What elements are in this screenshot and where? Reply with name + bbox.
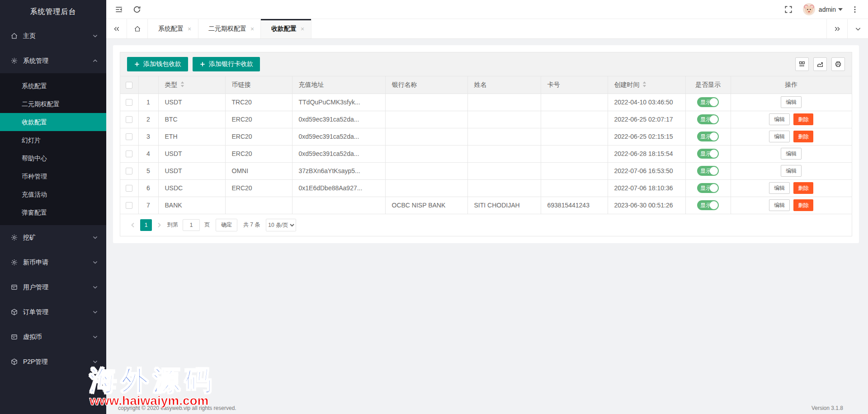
row-checkbox[interactable]: [126, 116, 132, 123]
p2p-icon: [10, 358, 18, 366]
sidebar-item[interactable]: 主页: [0, 24, 106, 48]
add-bank-card-button[interactable]: 添加银行卡收款: [193, 57, 260, 71]
sidebar-item[interactable]: 订单管理: [0, 300, 106, 325]
refresh-icon[interactable]: [132, 5, 142, 14]
tabs-dropdown-icon[interactable]: [847, 19, 868, 38]
page-number-button[interactable]: 1: [140, 219, 152, 231]
sort-icon[interactable]: [642, 81, 646, 87]
cell-visible: 显示: [685, 197, 731, 214]
total-count-label: 共 7 条: [243, 221, 260, 229]
delete-button[interactable]: 删除: [793, 199, 813, 211]
visibility-toggle[interactable]: 显示: [697, 166, 719, 176]
export-icon[interactable]: [813, 57, 827, 71]
toggle-knob: [710, 201, 718, 209]
sidebar-subitem[interactable]: 收款配置: [0, 113, 106, 131]
goto-page-input[interactable]: [183, 219, 200, 231]
sort-icon[interactable]: [180, 81, 184, 87]
row-checkbox[interactable]: [126, 133, 132, 140]
table-row: 4USDTERC200xd59ec391ca52da...2022-06-28 …: [120, 145, 852, 162]
sidebar-item-label: P2P管理: [23, 358, 92, 366]
sidebar-subitem[interactable]: 幻灯片: [0, 131, 106, 149]
visibility-toggle[interactable]: 显示: [697, 97, 719, 107]
close-icon[interactable]: ×: [250, 26, 254, 32]
edit-button[interactable]: 编辑: [769, 113, 790, 125]
prev-page-icon[interactable]: [127, 219, 139, 231]
cell-type: ETH: [158, 128, 225, 145]
row-checkbox[interactable]: [126, 185, 132, 192]
tabs-scroll-right-icon[interactable]: [826, 19, 847, 38]
actions-column-header: 操作: [731, 76, 852, 94]
cell-actions: 编辑删除: [731, 179, 852, 197]
next-page-icon[interactable]: [153, 219, 165, 231]
filter-columns-icon[interactable]: [795, 57, 809, 71]
home-tab[interactable]: [127, 19, 148, 38]
edit-button[interactable]: 编辑: [781, 165, 802, 177]
table-row: 5USDTOMNI37zBXn6aYtKsayp5...2022-07-06 1…: [120, 162, 852, 179]
sidebar-subitem[interactable]: 二元期权配置: [0, 95, 106, 113]
cell-card: [541, 162, 608, 179]
row-checkbox[interactable]: [126, 99, 132, 106]
edit-button[interactable]: 编辑: [781, 96, 802, 108]
tab[interactable]: 二元期权配置×: [198, 19, 261, 38]
sidebar-subitem[interactable]: 系统配置: [0, 77, 106, 95]
delete-button[interactable]: 删除: [793, 131, 813, 142]
visibility-toggle[interactable]: 显示: [697, 149, 719, 159]
edit-button[interactable]: 编辑: [769, 182, 790, 194]
plus-icon: [134, 61, 140, 67]
cell-index: 4: [138, 145, 158, 162]
plus-icon: [199, 61, 206, 67]
tabs-scroll-left-icon[interactable]: [106, 19, 127, 38]
row-checkbox[interactable]: [126, 168, 132, 174]
sidebar-item[interactable]: P2P管理: [0, 349, 106, 374]
tab[interactable]: 收款配置×: [261, 19, 311, 38]
edit-button[interactable]: 编辑: [781, 148, 802, 160]
sidebar-item[interactable]: 系统管理: [0, 48, 106, 73]
visibility-toggle[interactable]: 显示: [697, 132, 719, 141]
visibility-toggle[interactable]: 显示: [697, 183, 719, 193]
cell-address: 0xd59ec391ca52da...: [292, 128, 385, 145]
cell-name: [467, 145, 541, 162]
cell-actions: 编辑: [731, 162, 852, 179]
row-checkbox[interactable]: [126, 151, 132, 157]
cell-chain: ERC20: [225, 128, 292, 145]
close-icon[interactable]: ×: [188, 26, 191, 32]
cell-actions: 编辑删除: [731, 111, 852, 128]
table-row: 1USDTTRC20TTdQuPuCMK3sfyk...2022-04-10 0…: [120, 94, 852, 111]
sidebar-item[interactable]: 挖矿: [0, 225, 106, 250]
fullscreen-icon[interactable]: [784, 5, 793, 14]
print-icon[interactable]: [831, 57, 845, 71]
user-caret-down-icon[interactable]: [838, 8, 843, 11]
sidebar-subitem[interactable]: 帮助中心: [0, 149, 106, 167]
username[interactable]: admin: [819, 6, 836, 13]
tab[interactable]: 系统配置×: [148, 19, 198, 38]
cell-created: 2022-04-10 03:46:50: [608, 94, 685, 111]
sidebar-item[interactable]: 用户管理: [0, 275, 106, 300]
avatar[interactable]: [803, 3, 815, 15]
page-size-select[interactable]: 10 条/页: [266, 219, 296, 231]
delete-button[interactable]: 删除: [793, 182, 813, 194]
toggle-knob: [710, 184, 718, 192]
select-all-checkbox[interactable]: [126, 82, 132, 89]
cell-created: 2022-07-06 18:10:36: [608, 179, 685, 197]
sidebar-item[interactable]: 新币申请: [0, 250, 106, 275]
row-checkbox[interactable]: [126, 202, 132, 209]
delete-button[interactable]: 删除: [793, 113, 813, 125]
sidebar-subitem[interactable]: 充值活动: [0, 185, 106, 203]
sidebar-item-label: 用户管理: [23, 283, 92, 292]
bank-column-header: 银行名称: [385, 76, 467, 94]
more-menu-icon[interactable]: [851, 5, 859, 14]
collapse-sidebar-icon[interactable]: [114, 5, 123, 14]
close-icon[interactable]: ×: [301, 26, 304, 32]
edit-button[interactable]: 编辑: [769, 131, 790, 142]
visibility-toggle[interactable]: 显示: [697, 200, 719, 210]
confirm-page-button[interactable]: 确定: [216, 219, 237, 231]
sidebar-subitem[interactable]: 弹窗配置: [0, 203, 106, 221]
cell-card: [541, 111, 608, 128]
add-wallet-button[interactable]: 添加钱包收款: [127, 57, 188, 71]
tab-label: 系统配置: [158, 25, 184, 33]
sidebar-subitem[interactable]: 币种管理: [0, 167, 106, 185]
edit-button[interactable]: 编辑: [769, 199, 790, 211]
cell-bank: [385, 162, 467, 179]
sidebar-item[interactable]: 虚拟币: [0, 325, 106, 349]
visibility-toggle[interactable]: 显示: [697, 114, 719, 124]
